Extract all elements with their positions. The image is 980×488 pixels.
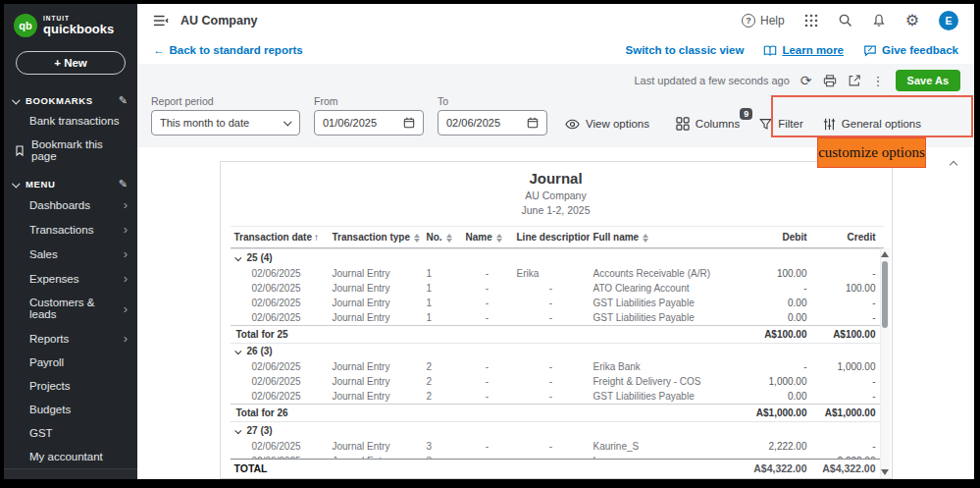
sidebar-item-expenses[interactable]: Expenses› <box>4 266 137 291</box>
group-header-row[interactable]: 27 (3) <box>231 422 882 439</box>
give-feedback-link[interactable]: Give feedback <box>863 44 958 57</box>
sidebar-item-gst[interactable]: GST <box>4 421 137 445</box>
apps-grid-icon[interactable] <box>804 14 818 27</box>
menu-settings-button[interactable]: ⚙ Menu settings <box>4 468 137 479</box>
table-row[interactable]: 02/06/2025Journal Entry3--Kaurine_S2,222… <box>231 439 882 454</box>
report-card: Journal AU Company June 1-2, 2025 Transa… <box>220 161 893 479</box>
table-cell: Erika Bank <box>590 359 737 374</box>
sidebar-item-customers-leads[interactable]: Customers & leads› <box>4 291 137 326</box>
table-cell: - <box>815 296 882 310</box>
group-total-debit: A$100.00 <box>737 325 815 343</box>
save-as-button[interactable]: Save As <box>896 70 960 91</box>
col-transaction-date[interactable]: Transaction date↑ <box>231 227 329 248</box>
table-row[interactable]: 02/06/2025Journal Entry2--GST Liabilitie… <box>231 389 882 405</box>
col-name[interactable]: Name <box>462 227 513 248</box>
bookmarks-section-header[interactable]: BOOKMARKS ✎ <box>4 84 137 109</box>
sidebar-item-my-accountant[interactable]: My accountant <box>4 445 137 468</box>
table-cell: - <box>513 374 590 389</box>
from-date-field: From 01/06/2025 <box>314 95 424 136</box>
sidebar-item-transactions[interactable]: Transactions› <box>4 217 137 242</box>
table-cell: 1 <box>423 310 462 326</box>
edit-pencil-icon[interactable]: ✎ <box>119 94 128 107</box>
col-debit[interactable]: Debit <box>737 227 815 248</box>
back-to-standard-reports-link[interactable]: ← Back to standard reports <box>153 44 303 56</box>
table-cell: - <box>462 374 513 389</box>
notifications-bell-icon[interactable] <box>872 13 886 27</box>
filter-funnel-icon <box>759 118 772 131</box>
table-cell: Freight & Delivery - COS <box>590 374 737 389</box>
table-cell: 02/06/2025 <box>231 310 329 326</box>
learn-more-link[interactable]: Learn more <box>763 44 844 57</box>
journal-table-body: 25 (4)02/06/2025Journal Entry1-ErikaAcco… <box>231 249 882 460</box>
table-row[interactable]: 02/06/2025Journal Entry1--GST Liabilitie… <box>231 310 882 326</box>
bookmark-icon <box>14 144 26 157</box>
table-cell: 0.00 <box>737 389 815 405</box>
help-button[interactable]: ? Help <box>742 14 785 27</box>
new-button[interactable]: + New <box>16 51 126 75</box>
quickbooks-logo: qb INTUIT quickbooks <box>4 4 137 43</box>
edit-pencil-icon[interactable]: ✎ <box>119 178 128 190</box>
general-options-button[interactable]: General options <box>823 118 921 131</box>
table-row[interactable]: 02/06/2025Journal Entry2--Erika Bank-1,0… <box>231 359 882 374</box>
gear-icon: ⚙ <box>16 478 28 479</box>
scrollbar-thumb[interactable] <box>882 261 888 328</box>
journal-table: 25 (4)02/06/2025Journal Entry1-ErikaAcco… <box>231 248 882 459</box>
table-cell: - <box>513 439 590 454</box>
table-row[interactable]: 02/06/2025Journal Entry1-ErikaAccounts R… <box>231 266 882 281</box>
sidebar-item-dashboards[interactable]: Dashboards› <box>4 192 137 217</box>
sidebar-item-projects[interactable]: Projects <box>4 374 137 398</box>
sidebar-item-bookmark-this-page[interactable]: Bookmark this page <box>4 133 137 168</box>
filter-button[interactable]: Filter <box>759 118 803 131</box>
settings-gear-icon[interactable]: ⚙ <box>905 11 919 29</box>
sidebar-item-payroll[interactable]: Payroll <box>4 351 137 374</box>
quickbooks-wordmark: quickbooks <box>43 23 114 35</box>
more-options-kebab-icon[interactable]: ⋮ <box>872 75 885 87</box>
col-credit[interactable]: Credit <box>815 227 884 248</box>
sidebar-item-label: GST <box>29 427 128 439</box>
table-row[interactable]: 02/06/2025Journal Entry2--Freight & Deli… <box>231 374 882 389</box>
search-icon[interactable] <box>838 13 852 27</box>
refresh-icon[interactable]: ⟳ <box>800 74 812 87</box>
print-icon[interactable] <box>823 75 837 87</box>
col-transaction-type[interactable]: Transaction type <box>329 227 423 248</box>
calendar-icon <box>527 117 539 129</box>
calendar-icon <box>403 117 415 129</box>
from-date-input[interactable]: 01/06/2025 <box>314 110 424 136</box>
columns-button[interactable]: Columns 9 <box>676 117 740 131</box>
table-scrollbar[interactable] <box>880 248 890 478</box>
sidebar-item-sales[interactable]: Sales› <box>4 242 137 266</box>
user-avatar[interactable]: E <box>939 11 958 30</box>
scroll-down-arrow-icon[interactable] <box>881 469 889 475</box>
group-header-row[interactable]: 25 (4) <box>231 249 882 266</box>
export-icon[interactable] <box>848 74 861 87</box>
view-options-button[interactable]: View options <box>565 118 649 136</box>
collapse-panel-chevron-up-icon[interactable] <box>947 150 960 176</box>
report-period-value: This month to date <box>160 117 249 129</box>
group-header-row[interactable]: 26 (3) <box>231 343 882 359</box>
col-no[interactable]: No. <box>423 227 462 248</box>
col-full-name[interactable]: Full name <box>590 227 737 248</box>
sidebar-item-budgets[interactable]: Budgets <box>4 398 137 421</box>
col-line-description[interactable]: Line description <box>513 227 590 248</box>
switch-to-classic-view-link[interactable]: Switch to classic view <box>626 44 745 56</box>
table-cell: Journal Entry <box>329 296 423 310</box>
sidebar-item-label: Reports <box>29 333 124 345</box>
table-row[interactable]: 02/06/2025Journal Entry1--ATO Clearing A… <box>231 281 882 296</box>
top-navbar: AU Company ? Help ⚙ E <box>137 4 974 36</box>
learn-more-label: Learn more <box>782 44 844 56</box>
sidebar-collapse-icon[interactable] <box>153 14 169 27</box>
report-period-select[interactable]: This month to date <box>151 110 300 136</box>
chevron-down-icon <box>234 427 241 434</box>
sort-both-icon <box>414 234 420 243</box>
scroll-up-arrow-icon[interactable] <box>881 251 889 257</box>
report-period-text: June 1-2, 2025 <box>231 204 882 216</box>
to-date-input[interactable]: 02/06/2025 <box>438 110 547 136</box>
sidebar-item-label: Customers & leads <box>29 297 124 320</box>
table-row[interactable]: 02/06/2025Journal Entry1--GST Liabilitie… <box>231 296 882 310</box>
table-cell: 02/06/2025 <box>231 374 329 389</box>
sidebar-item-bank-transactions[interactable]: Bank transactions <box>4 109 137 133</box>
sidebar-item-reports[interactable]: Reports› <box>4 326 137 351</box>
annotation-label: customize options <box>818 144 925 161</box>
sidebar-item-label: Bank transactions <box>29 115 128 127</box>
menu-section-header[interactable]: MENU ✎ <box>4 168 137 192</box>
